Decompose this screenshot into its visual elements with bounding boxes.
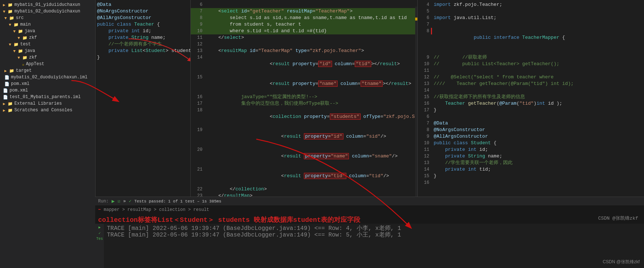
code-line: private String name; bbox=[96, 34, 190, 41]
xml-icon: 📄 bbox=[4, 75, 10, 80]
play-small-icon: ▶ bbox=[98, 225, 101, 230]
code-line: 7 bbox=[418, 21, 644, 28]
java-icon: ☕ bbox=[22, 62, 25, 67]
code-line: 6 bbox=[418, 113, 644, 120]
code-line-17: 17 集合中的泛型信息，我们使用ofType获取--> bbox=[191, 100, 417, 107]
code-line: 5 bbox=[418, 8, 644, 15]
folder-icon: ▼ 📁 bbox=[9, 42, 19, 47]
code-line-8: 8 select s.id as sid,s.name as sname,t.n… bbox=[191, 15, 417, 21]
sidebar-item-src[interactable]: ▼ 📁 src bbox=[0, 15, 95, 21]
check-icon: ✓ bbox=[98, 231, 101, 235]
left-arrow-icon: ⬅ bbox=[98, 207, 101, 212]
sidebar-item-mybatis02[interactable]: ▼ 📁 mybatis_02_duoduiyichaxun bbox=[0, 8, 95, 15]
code-line: 14 private int tid; bbox=[418, 166, 644, 173]
teacher-java-panel: @Data @NoArgsConstructor @AllArgsConstru… bbox=[95, 0, 190, 197]
sidebar-item-pom2[interactable]: 📄 pom.xml bbox=[0, 87, 95, 94]
checkmark: ✓ bbox=[129, 198, 131, 204]
code-line: @Data bbox=[96, 1, 190, 8]
code-line: 7 @Data bbox=[418, 120, 644, 127]
play-icon: ▶ bbox=[112, 198, 115, 204]
code-line: 10 public class Student { bbox=[418, 140, 644, 146]
code-line: 9 @AllArgsConstructor bbox=[418, 133, 644, 140]
folder-icon: ▶ 📁 bbox=[3, 108, 13, 113]
code-line: 6 import java.util.List; bbox=[418, 15, 644, 21]
code-line: 12 // @Select("select * from teacher whe… bbox=[418, 74, 644, 81]
xml-icon: 📄 bbox=[4, 82, 10, 86]
code-line-7: 7 <select id="getTeacher" resultMap="Tea… bbox=[191, 8, 417, 15]
sidebar-item-scratches[interactable]: ▶ 📁 Scratches and Consoles bbox=[0, 107, 95, 113]
test-name: » bbox=[123, 199, 126, 204]
xml-icon: 📄 bbox=[3, 95, 8, 100]
folder-icon: ▼ 📁 bbox=[3, 9, 13, 14]
folder-icon: ▼ 📁 bbox=[9, 22, 19, 27]
console-panel: ▶ ✓ Tes TRACE [main] 2022-05-06 19:39:47… bbox=[95, 224, 644, 268]
sidebar-item-java[interactable]: ▼ 📁 java bbox=[0, 28, 95, 34]
code-line: 17 } bbox=[418, 107, 644, 113]
folder-icon: ▶ 📁 bbox=[3, 3, 13, 7]
code-line: 15 //获取指定老师下的所有学生及老师的信息 bbox=[418, 94, 644, 100]
code-line: 8 @NoArgsConstructor bbox=[418, 127, 644, 133]
console-output: TRACE [main] 2022-05-06 19:39:47 (BaseJd… bbox=[104, 224, 644, 268]
teacher-mapper-panel: 4 import zkf.pojo.Teacher; 5 6 import ja… bbox=[417, 0, 644, 197]
folder-icon: ▼ 📁 bbox=[4, 16, 14, 21]
sidebar-item-target[interactable]: ▶ 📁 target bbox=[0, 67, 95, 74]
code-line: @NoArgsConstructor bbox=[96, 8, 190, 15]
code-line-9: 9 from student s, teacher t bbox=[191, 21, 417, 28]
code-line: private List<Student> students; bbox=[96, 48, 190, 54]
code-line: 6 bbox=[191, 1, 417, 8]
run-label: Run: bbox=[98, 199, 109, 204]
run-bar: Run: ▶ ☑ » ✓ Tests passed: 1 of 1 test –… bbox=[95, 197, 644, 205]
folder-icon: ▼ 📁 bbox=[18, 36, 27, 40]
code-line-11: 11 </select> bbox=[191, 34, 417, 41]
code-line: 15 } bbox=[418, 173, 644, 179]
code-line: 14 bbox=[418, 87, 644, 94]
annotation-text: collection标签将List＜Student＞ students 映射成数… bbox=[98, 215, 360, 224]
code-line-16: 16 javaType=""指定属性的类型!--> bbox=[191, 94, 417, 100]
sidebar-item-zkf[interactable]: ▼ 📁 zkf bbox=[0, 34, 95, 41]
code-line: 16 bbox=[418, 179, 644, 186]
code-line: 12 private String name; bbox=[418, 153, 644, 160]
code-line: 4 import zkf.pojo.Teacher; bbox=[418, 1, 644, 8]
sidebar-item-pom1[interactable]: 📄 pom.xml bbox=[0, 81, 95, 87]
code-line-21: 21 <result property="tid" column="tid"/> bbox=[191, 166, 417, 186]
code-line: //一个老师拥有多个学生 bbox=[96, 41, 190, 48]
code-line: 11 private int id; bbox=[418, 146, 644, 153]
left-icons: ▶ ✓ Tes bbox=[95, 224, 104, 268]
sidebar-item-apptest[interactable]: ☕ AppTest bbox=[0, 61, 95, 67]
code-line: 16 Teacher getTeacher(@Param("tid")int i… bbox=[418, 100, 644, 107]
code-line-12: 12 bbox=[191, 41, 417, 48]
code-line-20: 20 <result property="name" column="sname… bbox=[191, 146, 417, 166]
sidebar-item-parents-iml[interactable]: 📄 test_01_Mybatis_parents.iml bbox=[0, 94, 95, 100]
code-line: @AllArgsConstructor bbox=[96, 15, 190, 21]
code-line: public class Teacher { bbox=[96, 21, 190, 28]
code-line-19: 19 <result property="id" column="sid"/> bbox=[191, 127, 417, 146]
sidebar-item-mybatis01[interactable]: ▶ 📁 mybatis_01_yiduiiduchaxun bbox=[0, 1, 95, 8]
annotation-text-row: collection标签将List＜Student＞ students 映射成数… bbox=[98, 215, 360, 224]
sidebar-item-iml[interactable]: 📄 mybatis_02_duoduiyichaxun.iml bbox=[0, 74, 95, 81]
code-line-23: 23 </resultMap> bbox=[191, 193, 417, 197]
code-line: 10 // public List<Teacher> getTeacher(); bbox=[418, 61, 644, 67]
sidebar-item-java2[interactable]: ▼ 📁 java bbox=[0, 48, 95, 54]
code-line-13: 13 <resultMap id="TeacherMap" type="zkf.… bbox=[191, 48, 417, 54]
breadcrumb: ⬅ mapper > resultMap > collection > resu… bbox=[98, 207, 209, 212]
code-line: 8 public interface TeacherMapper { bbox=[418, 28, 644, 54]
folder-icon: ▼ 📁 bbox=[18, 55, 27, 60]
test-result: Tests passed: 1 of 1 test – 1s 385ms bbox=[134, 199, 222, 204]
sidebar-item-ext-libs[interactable]: ▶ 📁 External Libraries bbox=[0, 100, 95, 107]
code-line: 9 // //获取老师 bbox=[418, 54, 644, 61]
code-line-15: 15 <result property="name" column="tname… bbox=[191, 74, 417, 94]
sidebar-item-main[interactable]: ▼ 📁 main bbox=[0, 21, 95, 28]
console-line: TRACE [main] 2022-05-06 19:39:47 (BaseJd… bbox=[107, 232, 641, 238]
sidebar-item-test[interactable]: ▼ 📁 test bbox=[0, 41, 95, 48]
code-line-18: 18 <collection property="students" ofTyp… bbox=[191, 107, 417, 127]
code-line: 13 //// Teacher getTeacher(@Param("tid")… bbox=[418, 81, 644, 87]
sidebar-item-zkf2[interactable]: ▼ 📁 zkf bbox=[0, 54, 95, 61]
csdn-watermark: CSDN @张凯锋zkf bbox=[598, 215, 638, 222]
project-sidebar: ▶ 📁 mybatis_01_yiduiiduchaxun ▼ 📁 mybati… bbox=[0, 0, 95, 268]
console-line: TRACE [main] 2022-05-06 19:39:47 (BaseJd… bbox=[107, 225, 641, 232]
code-line: 11 bbox=[418, 67, 644, 74]
code-line-10: 10 where s.tid =t.id and t.id =#{tid} bbox=[191, 28, 417, 34]
code-line-22: 22 </collection> bbox=[191, 186, 417, 193]
xml-panel: 6 7 <select id="getTeacher" resultMap="T… bbox=[190, 0, 417, 197]
code-line: } bbox=[96, 54, 190, 61]
